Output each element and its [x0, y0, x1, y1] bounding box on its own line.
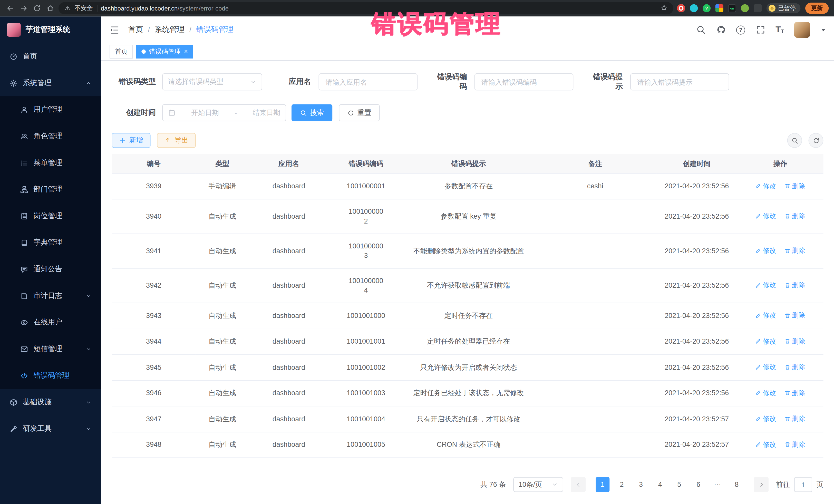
sidebar-item-menus[interactable]: 菜单管理 — [0, 149, 101, 176]
edit-link[interactable]: 修改 — [755, 336, 776, 346]
search-icon — [696, 25, 705, 35]
page-goto-input[interactable] — [794, 477, 812, 492]
error-type-select[interactable]: 请选择错误码类型 — [162, 73, 262, 90]
sidebar-item-home[interactable]: 首页 — [0, 43, 101, 70]
sidebar-item-sms[interactable]: 短信管理 — [0, 336, 101, 363]
page-button[interactable]: 8 — [730, 477, 744, 492]
delete-link[interactable]: 删除 — [785, 181, 805, 191]
error-code-table: 编号 类型 应用名 错误码编码 错误码提示 备注 创建时间 操作 3939 手动… — [112, 154, 823, 458]
help-button[interactable]: ? — [736, 25, 745, 34]
breadcrumb-system[interactable]: 系统管理 — [155, 25, 184, 35]
extension-teal-icon[interactable] — [690, 4, 698, 12]
tab-home[interactable]: 首页 — [110, 45, 133, 59]
app-name-input[interactable] — [319, 73, 418, 90]
sidebar-toggle-icon[interactable] — [110, 25, 119, 35]
browser-update-button[interactable]: 更新 — [805, 3, 829, 14]
delete-link[interactable]: 删除 — [785, 281, 805, 290]
error-code-input[interactable] — [475, 73, 573, 90]
extension-pin-icon[interactable] — [754, 4, 762, 12]
browser-forward-button[interactable] — [19, 3, 28, 13]
sidebar-item-departments[interactable]: 部门管理 — [0, 176, 101, 203]
extension-green-icon[interactable] — [741, 4, 749, 12]
edit-link[interactable]: 修改 — [755, 310, 776, 320]
user-avatar[interactable] — [794, 22, 810, 38]
export-button[interactable]: 导出 — [157, 133, 196, 148]
page-button[interactable]: 1 — [596, 477, 610, 492]
page-numbers: 1 2 3 4 5 6 ··· 8 — [593, 477, 746, 492]
error-hint-input[interactable] — [630, 73, 729, 90]
sidebar-item-infra[interactable]: 基础设施 — [0, 389, 101, 415]
search-toggle-button[interactable] — [787, 133, 802, 148]
sidebar-item-online-users[interactable]: 在线用户 — [0, 309, 101, 336]
address-bar[interactable]: 不安全 dashboard.yudao.iocoder.cn/system/er… — [59, 2, 673, 14]
github-link[interactable] — [716, 25, 726, 35]
edit-link[interactable]: 修改 — [755, 211, 776, 221]
cell-code: 1001001000 — [329, 303, 403, 329]
extension-vue-icon[interactable]: V — [703, 4, 710, 12]
delete-link[interactable]: 删除 — [785, 414, 805, 423]
delete-link[interactable]: 删除 — [785, 211, 805, 221]
sidebar-item-error-code[interactable]: 错误码管理 — [0, 363, 101, 389]
delete-link[interactable]: 删除 — [785, 388, 805, 397]
page-button[interactable]: 3 — [634, 477, 648, 492]
extension-record-icon[interactable] — [677, 4, 685, 12]
prev-page-button[interactable] — [571, 477, 586, 492]
trash-icon — [785, 312, 790, 319]
header-search-button[interactable] — [696, 25, 706, 35]
delete-link[interactable]: 删除 — [785, 336, 805, 346]
sidebar-item-dict[interactable]: 字典管理 — [0, 229, 101, 256]
delete-link[interactable]: 删除 — [785, 310, 805, 320]
page-button[interactable]: ··· — [710, 477, 724, 492]
col-app: 应用名 — [249, 154, 329, 174]
browser-back-button[interactable] — [5, 3, 15, 13]
sidebar-item-audit-log[interactable]: 审计日志 — [0, 283, 101, 309]
paused-chip[interactable]: ☺ 已暂停 — [767, 3, 800, 13]
edit-link[interactable]: 修改 — [755, 388, 776, 397]
page-button[interactable]: 6 — [692, 477, 705, 492]
cell-code: 1001001001 — [329, 329, 403, 355]
breadcrumb-current: 错误码管理 — [196, 25, 233, 35]
delete-link[interactable]: 删除 — [785, 440, 805, 449]
edit-link[interactable]: 修改 — [755, 246, 776, 255]
reset-button[interactable]: 重置 — [339, 104, 380, 121]
cell-actions: 修改 删除 — [737, 406, 824, 432]
tab-error-code[interactable]: 错误码管理 × — [136, 45, 193, 59]
date-range-picker[interactable]: 开始日期 - 结束日期 — [162, 104, 286, 121]
cell-id: 3944 — [112, 329, 196, 355]
page-size-select[interactable]: 10条/页 — [513, 477, 563, 492]
cell-hint: CRON 表达式不正确 — [403, 432, 534, 458]
bookmark-star-icon[interactable] — [660, 3, 667, 13]
search-button[interactable]: 搜索 — [291, 104, 333, 121]
extension-colorful-icon[interactable] — [716, 4, 723, 12]
extension-switch-icon[interactable]: on — [728, 4, 736, 12]
sidebar-item-system[interactable]: 系统管理 — [0, 70, 101, 96]
fullscreen-button[interactable] — [755, 25, 765, 35]
delete-link[interactable]: 删除 — [785, 246, 805, 255]
sidebar-item-dev-tools[interactable]: 研发工具 — [0, 415, 101, 442]
sidebar: 芋道管理系统 首页 系统管理 用户管理 角色管理 菜单管理 — [0, 17, 101, 504]
tab-close-icon[interactable]: × — [184, 48, 188, 55]
edit-link[interactable]: 修改 — [755, 281, 776, 290]
edit-link[interactable]: 修改 — [755, 363, 776, 372]
avatar-caret-icon[interactable] — [821, 28, 826, 31]
sidebar-item-notice[interactable]: 通知公告 — [0, 256, 101, 283]
sidebar-item-posts[interactable]: 岗位管理 — [0, 203, 101, 229]
add-button[interactable]: 新增 — [112, 133, 150, 148]
edit-link[interactable]: 修改 — [755, 181, 776, 191]
start-date-placeholder: 开始日期 — [191, 108, 219, 117]
sidebar-item-users[interactable]: 用户管理 — [0, 96, 101, 123]
next-page-button[interactable] — [754, 477, 769, 492]
breadcrumb-home[interactable]: 首页 — [128, 25, 143, 35]
browser-reload-button[interactable] — [32, 3, 41, 13]
app-logo[interactable]: 芋道管理系统 — [0, 17, 101, 43]
page-button[interactable]: 2 — [615, 477, 629, 492]
page-button[interactable]: 5 — [672, 477, 686, 492]
font-size-button[interactable]: TT — [775, 25, 784, 34]
edit-link[interactable]: 修改 — [755, 414, 776, 423]
edit-link[interactable]: 修改 — [755, 440, 776, 449]
refresh-table-button[interactable] — [809, 133, 824, 148]
browser-home-button[interactable] — [45, 3, 54, 13]
page-button[interactable]: 4 — [653, 477, 667, 492]
sidebar-item-roles[interactable]: 角色管理 — [0, 123, 101, 150]
delete-link[interactable]: 删除 — [785, 363, 805, 372]
